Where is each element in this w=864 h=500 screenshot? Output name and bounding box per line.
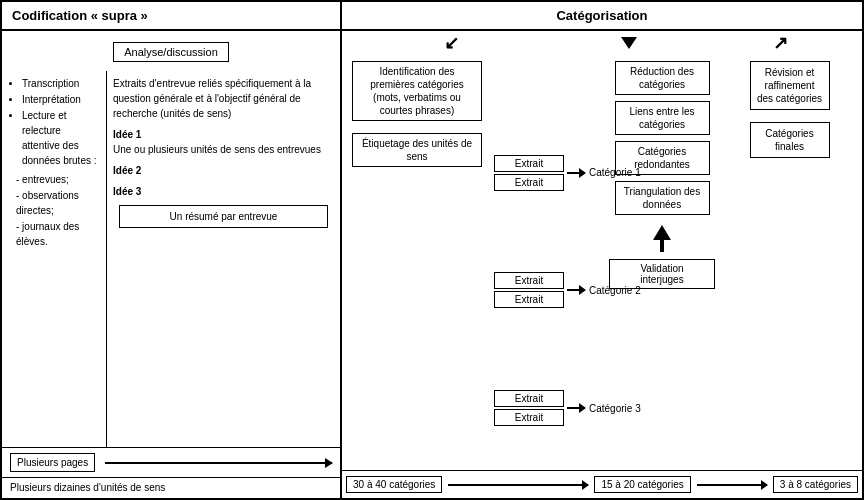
extrait-stack-2: Extrait Extrait <box>494 272 564 308</box>
diagram-main: Identification des premières catégories … <box>342 55 862 470</box>
extrait-box-3a: Extrait <box>494 390 564 407</box>
cat1-label: Catégorie 1 <box>589 167 641 178</box>
left-bottom-arrow <box>105 462 332 464</box>
etiquetage-box: Étiquetage des unités de sens <box>352 133 482 167</box>
revision-box: Révision et raffinement des catégories <box>750 61 830 110</box>
arrow-down-2 <box>621 37 637 49</box>
cat3-row: Extrait Extrait Catégorie 3 <box>494 390 605 426</box>
finales-box: Catégories finales <box>750 122 830 158</box>
codification-title: Codification « supra » <box>12 8 148 23</box>
cat3-label: Catégorie 3 <box>589 403 641 414</box>
arrow-down-3: ↗ <box>773 32 788 54</box>
bottom-left: Plusieurs pages <box>2 447 340 477</box>
extrait-box-1b: Extrait <box>494 174 564 191</box>
bullet-col: Transcription Interprétation Lecture et … <box>2 71 107 447</box>
cat2-label: Catégorie 2 <box>589 285 641 296</box>
extrait-box-2a: Extrait <box>494 272 564 289</box>
reduction-box: Réduction des catégories <box>615 61 710 95</box>
left-content: Transcription Interprétation Lecture et … <box>2 71 340 447</box>
categorisation-title: Catégorisation <box>556 8 647 23</box>
cat2-row: Extrait Extrait Catégorie 2 <box>494 272 605 308</box>
plusieurs-dizaines: Plusieurs dizaines d'unités de sens <box>2 477 340 498</box>
arrow-up-head <box>653 225 671 240</box>
liens-box: Liens entre les catégories <box>615 101 710 135</box>
idea3: Idée 3 <box>113 184 334 199</box>
dash-journaux: journaux des élèves. <box>16 219 101 249</box>
extraits-col: Extraits d'entrevue reliés spécifiquemen… <box>107 71 340 447</box>
header-right: Catégorisation <box>342 2 862 29</box>
left-panel: Analyse/discussion Transcription Interpr… <box>2 31 342 498</box>
arrow-down-1: ↙ <box>444 32 459 54</box>
extrait-box-1a: Extrait <box>494 155 564 172</box>
extrait-stack-1: Extrait Extrait <box>494 155 564 191</box>
bottom-arrow-1 <box>448 484 588 486</box>
header-left: Codification « supra » <box>2 2 342 29</box>
bullet-interpretation: Interprétation <box>22 92 101 107</box>
cat1-row: Extrait Extrait Catégorie 1 <box>494 155 605 191</box>
count-30-40: 30 à 40 catégories <box>346 476 442 493</box>
bullet-transcription: Transcription <box>22 76 101 91</box>
right-panel: ↙ ↗ Identification des premières catégor… <box>342 31 862 498</box>
idea2: Idée 2 <box>113 163 334 178</box>
up-arrow-container <box>653 225 671 252</box>
bottom-arrow-2 <box>697 484 767 486</box>
main-container: Codification « supra » Catégorisation An… <box>0 0 864 500</box>
up-arrow <box>653 225 671 252</box>
top-arrows: ↙ ↗ <box>342 31 862 55</box>
bullet-lecture: Lecture et relecture attentive des donné… <box>22 108 101 168</box>
resume-box: Un résumé par entrevue <box>119 205 328 228</box>
section-col2: Extrait Extrait Catégorie 1 <box>492 57 607 468</box>
arrow-up-shaft <box>660 240 664 252</box>
extrait-box-3b: Extrait <box>494 409 564 426</box>
count-15-20: 15 à 20 catégories <box>594 476 690 493</box>
section-col4: Révision et raffinement des catégories C… <box>717 57 862 468</box>
plusieurs-pages-box: Plusieurs pages <box>10 453 95 472</box>
idea1: Idée 1 Une ou plusieurs unités de sens d… <box>113 127 334 157</box>
dash-entrevues: entrevues; <box>16 172 101 187</box>
cat3-arrow <box>567 403 586 413</box>
extrait-stack-3: Extrait Extrait <box>494 390 564 426</box>
content-row: Analyse/discussion Transcription Interpr… <box>2 31 862 498</box>
extraits-text: Extraits d'entrevue reliés spécifiquemen… <box>113 76 334 121</box>
analyse-box: Analyse/discussion <box>113 42 229 62</box>
header-row: Codification « supra » Catégorisation <box>2 2 862 31</box>
dash-observations: observations directes; <box>16 188 101 218</box>
triangulation-box: Triangulation des données <box>615 181 710 215</box>
section-col1: Identification des premières catégories … <box>342 57 492 468</box>
bottom-right: 30 à 40 catégories 15 à 20 catégories 3 … <box>342 470 862 498</box>
extrait-box-2b: Extrait <box>494 291 564 308</box>
identification-box: Identification des premières catégories … <box>352 61 482 121</box>
cat2-arrow <box>567 285 586 295</box>
count-3-8: 3 à 8 catégories <box>773 476 858 493</box>
cat1-arrow <box>567 168 586 178</box>
